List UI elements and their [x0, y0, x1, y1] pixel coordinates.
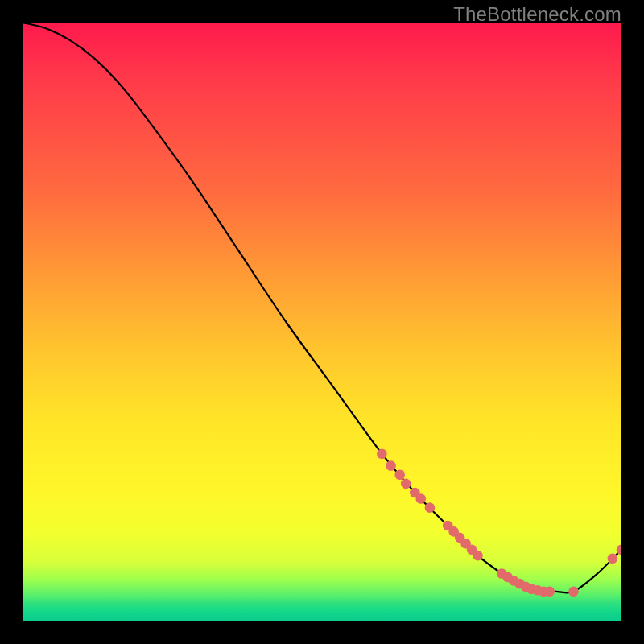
- plot-area: [23, 23, 621, 621]
- chart-svg: [23, 23, 621, 621]
- curve-marker: [401, 479, 411, 489]
- curve-marker: [568, 587, 579, 597]
- curve-marker: [425, 502, 436, 513]
- curve-markers: [377, 448, 621, 597]
- curve-marker: [394, 469, 405, 480]
- curve-marker: [386, 460, 396, 471]
- curve-marker: [608, 554, 618, 564]
- curve-marker: [377, 448, 387, 459]
- curve-marker: [544, 587, 555, 597]
- chart-frame: TheBottleneck.com: [0, 0, 644, 644]
- curve-marker: [473, 551, 483, 561]
- bottleneck-curve: [23, 23, 621, 592]
- curve-marker: [415, 493, 426, 504]
